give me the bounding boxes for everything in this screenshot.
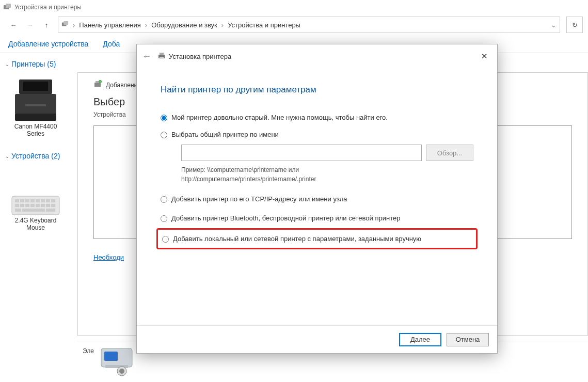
browse-button[interactable]: Обзор... xyxy=(426,145,473,161)
navigation-bar: ← → ↑ › Панель управления › Оборудование… xyxy=(0,14,588,35)
wizard-body: Найти принтер по другим параметрам Мой п… xyxy=(137,68,497,249)
radio-input[interactable] xyxy=(161,196,167,203)
close-button[interactable]: ✕ xyxy=(476,49,492,64)
svg-rect-5 xyxy=(23,82,48,91)
devices-icon xyxy=(3,3,11,11)
svg-rect-23 xyxy=(41,204,45,207)
svg-rect-27 xyxy=(22,209,45,212)
svg-rect-29 xyxy=(94,83,101,87)
cancel-button[interactable]: Отмена xyxy=(447,333,489,346)
svg-rect-15 xyxy=(41,199,45,202)
category-printers[interactable]: ⌄ Принтеры (5) xyxy=(5,60,75,68)
up-button[interactable]: ↑ xyxy=(41,20,52,30)
add-device-link[interactable]: Добавление устройства xyxy=(8,40,88,48)
category-devices[interactable]: ⌄ Устройства (2) xyxy=(5,152,75,160)
add-printer-link[interactable]: Доба xyxy=(103,40,120,48)
svg-rect-28 xyxy=(46,209,55,212)
radio-old-printer[interactable]: Мой принтер довольно старый. Мне нужна п… xyxy=(161,110,473,124)
radio-label: Добавить локальный или сетевой принтер с… xyxy=(173,235,421,243)
radio-label: Добавить принтер по его TCP/IP-адресу ил… xyxy=(171,195,347,203)
printer-icon xyxy=(10,76,61,123)
svg-rect-13 xyxy=(30,199,35,202)
radio-bluetooth[interactable]: Добавить принтер Bluetooth, беспроводной… xyxy=(161,211,473,225)
radio-local-manual[interactable]: Добавить локальный или сетевой принтер с… xyxy=(158,232,473,246)
wizard-footer: Далее Отмена xyxy=(137,325,497,353)
svg-rect-24 xyxy=(46,204,50,207)
radio-label: Выбрать общий принтер по имени xyxy=(171,131,279,138)
device-sidebar: ⌄ Принтеры (5) Canon MF4400 Series ⌄ Уст… xyxy=(0,53,77,382)
svg-rect-1 xyxy=(6,4,11,8)
device-label: Series xyxy=(27,130,44,137)
wizard-title: Установка принтера xyxy=(169,53,231,60)
radio-label: Добавить принтер Bluetooth, беспроводной… xyxy=(171,214,400,222)
svg-rect-17 xyxy=(51,199,55,202)
chevron-right-icon: › xyxy=(145,21,147,29)
svg-rect-11 xyxy=(20,199,24,202)
category-count: (5) xyxy=(47,60,56,68)
radio-shared-by-name[interactable]: Выбрать общий принтер по имени xyxy=(161,128,473,141)
highlight-annotation: Добавить локальный или сетевой принтер с… xyxy=(156,228,478,249)
category-label: Принтеры xyxy=(11,60,45,68)
status-label: Эле xyxy=(83,347,94,355)
window-title: Устройства и принтеры xyxy=(14,4,82,11)
radio-input[interactable] xyxy=(161,115,167,121)
devices-icon xyxy=(61,21,69,29)
svg-rect-34 xyxy=(104,352,118,361)
device-label: 2.4G Keyboard xyxy=(15,217,57,224)
shared-printer-input[interactable] xyxy=(181,145,422,161)
example-text: Пример: \\computername\printername или h… xyxy=(181,165,473,184)
radio-input[interactable] xyxy=(162,236,169,243)
svg-rect-40 xyxy=(160,57,164,59)
scanner-icon xyxy=(99,344,135,376)
wizard-heading: Найти принтер по другим параметрам xyxy=(161,85,473,95)
svg-rect-3 xyxy=(63,21,68,24)
refresh-button[interactable]: ↻ xyxy=(566,17,583,33)
svg-rect-20 xyxy=(25,204,29,207)
example-line: http://computername/printers/printername… xyxy=(181,174,473,184)
svg-rect-8 xyxy=(25,104,46,106)
svg-rect-19 xyxy=(20,204,24,207)
svg-rect-39 xyxy=(160,53,164,55)
svg-rect-14 xyxy=(36,199,40,202)
svg-rect-25 xyxy=(51,204,55,207)
category-label: Устройства xyxy=(11,152,49,160)
radio-label: Мой принтер довольно старый. Мне нужна п… xyxy=(171,114,388,121)
printer-add-icon: + xyxy=(93,80,102,90)
chevron-right-icon: › xyxy=(221,21,224,29)
device-item-keyboard[interactable]: 2.4G Keyboard Mouse xyxy=(2,165,69,240)
svg-rect-16 xyxy=(46,199,50,202)
panel-header: Добавление xyxy=(106,82,141,89)
device-label: Mouse xyxy=(26,224,45,231)
help-link[interactable]: Необходи xyxy=(93,253,124,261)
keyboard-icon xyxy=(11,190,60,217)
radio-input[interactable] xyxy=(161,215,167,222)
address-bar[interactable]: › Панель управления › Оборудование и зву… xyxy=(58,17,560,33)
svg-rect-18 xyxy=(15,204,19,207)
add-printer-wizard: ← Установка принтера ✕ Найти принтер по … xyxy=(136,44,498,354)
breadcrumb-item[interactable]: Устройства и принтеры xyxy=(228,21,300,29)
next-button[interactable]: Далее xyxy=(399,333,441,346)
printer-icon xyxy=(157,52,166,61)
breadcrumb-item[interactable]: Панель управления xyxy=(79,21,140,29)
radio-input[interactable] xyxy=(161,132,167,138)
svg-point-37 xyxy=(119,369,124,374)
svg-rect-21 xyxy=(30,204,35,207)
chevron-down-icon: ⌄ xyxy=(5,153,9,159)
device-label: Canon MF4400 xyxy=(14,123,57,130)
svg-text:+: + xyxy=(100,80,101,83)
back-button[interactable]: ← xyxy=(8,20,19,30)
example-line: Пример: \\computername\printername или xyxy=(181,165,473,174)
breadcrumb-item[interactable]: Оборудование и звук xyxy=(151,21,217,29)
forward-button[interactable]: → xyxy=(25,20,35,30)
svg-rect-26 xyxy=(15,209,21,212)
window-titlebar: Устройства и принтеры xyxy=(0,0,588,14)
svg-rect-10 xyxy=(15,199,19,202)
chevron-down-icon[interactable]: ⌄ xyxy=(551,21,557,29)
wizard-back-button[interactable]: ← xyxy=(142,51,154,62)
device-item-canon[interactable]: Canon MF4400 Series xyxy=(2,73,69,146)
svg-rect-12 xyxy=(25,199,29,202)
radio-tcpip[interactable]: Добавить принтер по его TCP/IP-адресу ил… xyxy=(161,192,473,206)
category-count: (2) xyxy=(51,152,60,160)
svg-rect-7 xyxy=(15,114,56,121)
svg-rect-22 xyxy=(36,204,40,207)
